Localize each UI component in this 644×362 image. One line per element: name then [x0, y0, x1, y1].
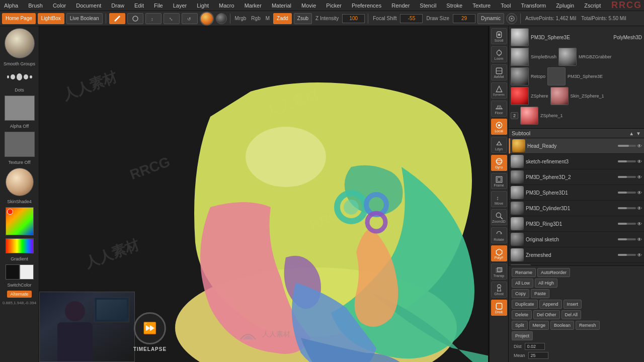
rotate-btn[interactable]: Rotate [491, 227, 507, 243]
subtool-item-ring[interactable]: PM3D_Ring3D1 👁 [509, 216, 644, 232]
append-button[interactable]: Append [539, 300, 562, 309]
subtool-item-pm3d-1[interactable]: PM3D_Sphere3D1 👁 [509, 185, 644, 201]
retopo-thumb[interactable] [511, 67, 529, 85]
transp-btn[interactable]: Transp [491, 263, 507, 280]
original-slider[interactable] [618, 238, 636, 240]
alternate-button[interactable]: Alternate [7, 291, 31, 298]
pm3d-1-eye[interactable]: 👁 [637, 190, 642, 196]
insert-button[interactable]: Insert [564, 300, 582, 309]
zremeshed-eye[interactable]: 👁 [637, 252, 642, 258]
project-button[interactable]: Project [512, 331, 533, 340]
subtool-down-btn[interactable]: ▼ [636, 131, 641, 136]
home-page-button[interactable]: Home Page [2, 13, 36, 24]
ghost-btn[interactable]: Ghost [491, 282, 507, 298]
menu-light[interactable]: Light [195, 3, 211, 9]
ring-eye[interactable]: 👁 [637, 221, 642, 227]
dynamic-icon[interactable] [506, 13, 517, 24]
local-btn[interactable]: Local [491, 119, 507, 135]
menu-zplugin[interactable]: Zplugin [554, 3, 576, 9]
zoom3d-btn[interactable]: Zoom3D [491, 209, 507, 225]
sketch-slider[interactable] [618, 160, 636, 162]
scroll-icon-btn[interactable]: Scroll [491, 28, 507, 44]
subtool-item-pm3d-2[interactable]: PM3D_Sphere3D_2 👁 [509, 169, 644, 185]
boolean-button[interactable]: Boolean [550, 321, 574, 330]
edit-button[interactable] [109, 13, 125, 24]
color-picker[interactable] [6, 207, 34, 235]
z-intensity-input[interactable] [342, 14, 365, 23]
zsphere1-thumb[interactable] [520, 107, 538, 125]
menu-stencil[interactable]: Stencil [418, 3, 438, 9]
paste-button[interactable]: Paste [531, 289, 549, 298]
menu-layer[interactable]: Layer [171, 3, 189, 9]
lightbox-button[interactable]: LightBox [38, 13, 64, 24]
sketch-eye[interactable]: 👁 [637, 159, 642, 164]
head-ready-eye[interactable]: 👁 [637, 143, 642, 149]
merge-button[interactable]: Merge [529, 321, 549, 330]
canvas-area[interactable]: 人人素材 RRCG 人人素材 RRCG 人人素材 [39, 26, 489, 362]
cylinder-eye[interactable]: 👁 [637, 206, 642, 211]
del-other-button[interactable]: Del Other [533, 310, 560, 319]
polyf-btn[interactable]: PolyF [491, 245, 507, 261]
gyro-btn[interactable]: Gyro [491, 155, 507, 171]
subtool-up-btn[interactable]: ▲ [629, 131, 634, 136]
pm3d-sphere-thumb-1[interactable] [511, 28, 529, 46]
focal-shift-input[interactable] [400, 14, 423, 23]
menu-tool[interactable]: Tool [499, 3, 513, 9]
menu-texture[interactable]: Texture [470, 3, 493, 9]
menu-zscript[interactable]: Zscript [582, 3, 603, 9]
move-btn[interactable]: ↕ Move [491, 191, 507, 207]
dist-input[interactable] [525, 343, 545, 350]
floor-btn[interactable]: Floor [491, 101, 507, 117]
menu-file[interactable]: File [152, 3, 165, 9]
menu-render[interactable]: Render [389, 3, 412, 9]
menu-macro[interactable]: Macro [217, 3, 236, 9]
live-boolean-button[interactable]: Live Boolean [66, 13, 103, 24]
skin-sphere[interactable] [6, 168, 34, 196]
gradient-box[interactable] [6, 238, 34, 253]
material-small-sphere[interactable] [216, 13, 227, 24]
menu-brush[interactable]: Brush [26, 3, 45, 9]
menu-marker[interactable]: Marker [243, 3, 264, 9]
zsub-button[interactable]: Zsub [294, 13, 312, 24]
remesh-button[interactable]: Remesh [576, 321, 600, 330]
loom-icon-btn[interactable]: Loom [491, 46, 507, 62]
skin-zsphere-thumb[interactable] [550, 87, 569, 105]
aamat-icon-btn[interactable]: AaMat [491, 64, 507, 80]
draw-button[interactable] [127, 13, 143, 24]
menu-stroke[interactable]: Stroke [444, 3, 464, 9]
menu-color[interactable]: Color [51, 3, 68, 9]
menu-draw[interactable]: Draw [109, 3, 126, 9]
menu-transform[interactable]: Transform [519, 3, 548, 9]
menu-document[interactable]: Document [74, 3, 103, 9]
frame-btn[interactable]: Frame [491, 173, 507, 189]
del-all-button[interactable]: Del All [561, 310, 582, 319]
menu-edit[interactable]: Edit [132, 3, 146, 9]
texture-box[interactable] [5, 132, 35, 157]
subtool-item-cylinder[interactable]: PM3D_Cylinder3D1 👁 [509, 201, 644, 216]
simpleBrush-thumb[interactable] [511, 48, 529, 66]
rotate-button[interactable]: ↺ [182, 13, 198, 24]
delete-button[interactable]: Delete [512, 310, 532, 319]
alpha-box[interactable] [5, 96, 35, 121]
ldyn-btn[interactable]: Ldyn [491, 137, 507, 153]
subtool-item-original[interactable]: Original sketch 👁 [509, 232, 644, 247]
draw-size-input[interactable] [453, 14, 475, 23]
droit-btn[interactable]: Droit [491, 300, 507, 316]
mrgbz-thumb[interactable] [558, 48, 577, 66]
menu-picker[interactable]: Picker [324, 3, 344, 9]
ring-slider[interactable] [618, 223, 636, 225]
cylinder-slider[interactable] [618, 207, 636, 209]
menu-alpha[interactable]: Alpha [2, 3, 20, 9]
copy-button[interactable]: Copy [512, 289, 529, 298]
rename-button[interactable]: Rename [512, 268, 536, 277]
autoreorder-button[interactable]: AutoReorder [537, 268, 570, 277]
zremeshed-slider[interactable] [618, 254, 636, 256]
all-low-button[interactable]: All Low [512, 279, 533, 288]
material-sphere[interactable] [200, 12, 214, 26]
subtool-item-sketch[interactable]: sketch-refinement3 👁 [509, 154, 644, 169]
subtool-item-head-ready[interactable]: Head_Ready 👁 [509, 138, 644, 154]
switch-color-box[interactable] [6, 264, 34, 280]
zsphere-thumb[interactable] [511, 87, 529, 105]
dynamic-button[interactable]: Dynamic [477, 13, 504, 24]
duplicate-button[interactable]: Duplicate [512, 300, 538, 309]
